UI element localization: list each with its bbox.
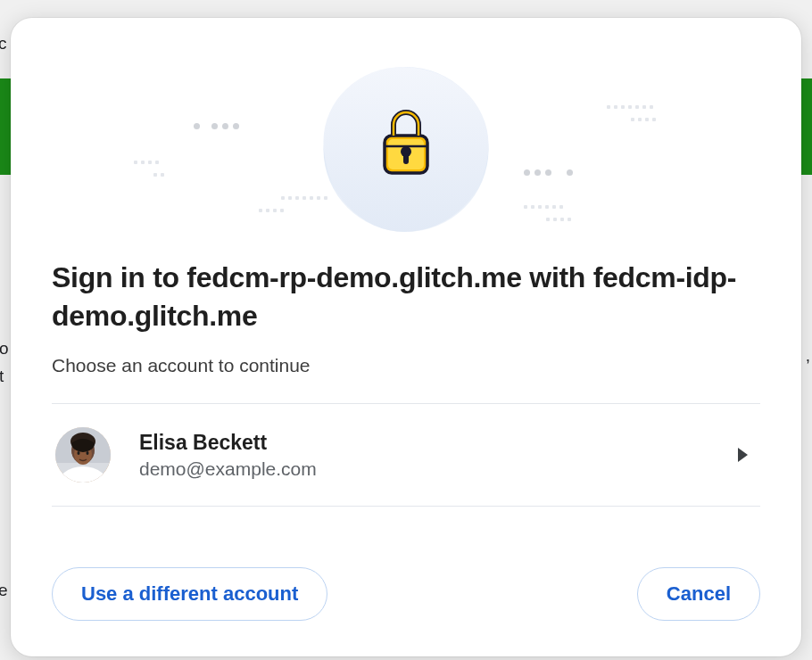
background-text-fragment: o — [0, 339, 9, 359]
avatar — [55, 427, 111, 483]
background-text-fragment: c — [0, 34, 7, 54]
dialog-subtitle: Choose an account to continue — [52, 355, 760, 376]
divider — [52, 506, 760, 507]
background-text-fragment: , — [806, 346, 810, 366]
account-info: Elisa Beckett demo@example.com — [139, 431, 738, 480]
use-different-account-button[interactable]: Use a different account — [52, 567, 327, 621]
background-text-fragment: t — [0, 367, 4, 386]
chevron-right-icon — [738, 448, 748, 462]
decorative-dots — [194, 123, 239, 129]
dialog-actions: Use a different account Cancel — [52, 524, 760, 621]
decorative-dots — [631, 118, 656, 121]
dialog-content: Sign in to fedcm-rp-demo.glitch.me with … — [11, 232, 801, 656]
svg-point-12 — [78, 451, 80, 455]
account-option[interactable]: Elisa Beckett demo@example.com — [52, 404, 760, 506]
decorative-dots — [281, 196, 327, 200]
decorative-dots — [134, 161, 159, 164]
dialog-title: Sign in to fedcm-rp-demo.glitch.me with … — [52, 259, 760, 335]
account-email: demo@example.com — [139, 458, 738, 480]
decorative-dots — [524, 169, 573, 176]
signin-dialog: Sign in to fedcm-rp-demo.glitch.me with … — [11, 18, 801, 656]
background-text-fragment: e — [0, 581, 8, 600]
lock-icon — [377, 107, 435, 178]
decorative-dots — [153, 173, 164, 177]
account-name: Elisa Beckett — [139, 431, 738, 455]
decorative-dots — [524, 205, 563, 209]
decorative-dots — [546, 218, 571, 221]
decorative-dots — [259, 209, 284, 212]
svg-rect-3 — [403, 153, 409, 164]
svg-point-13 — [87, 451, 89, 455]
hero-illustration — [11, 18, 801, 232]
cancel-button[interactable]: Cancel — [637, 567, 760, 621]
decorative-dots — [607, 105, 653, 109]
